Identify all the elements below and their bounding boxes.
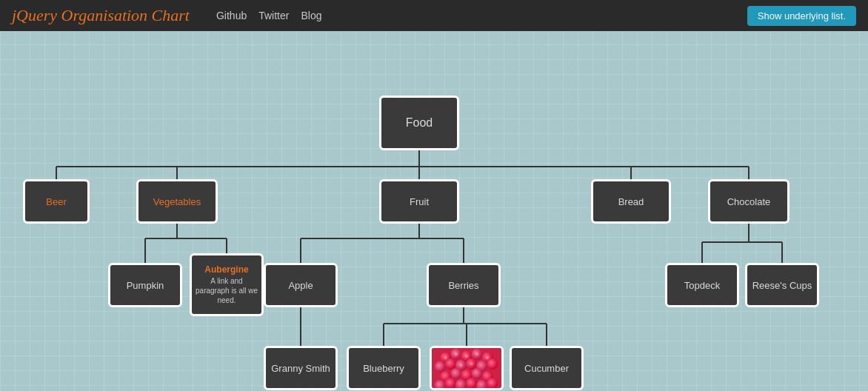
header-nav: Github Twitter Blog [216,10,322,21]
nav-twitter[interactable]: Twitter [258,10,289,21]
svg-point-44 [455,379,467,390]
node-aubergine[interactable]: Aubergine A link and paragraph is all we… [190,253,264,316]
app-title: jQuery Organisation Chart [12,6,190,25]
node-topdeck[interactable]: Topdeck [665,263,739,307]
svg-point-31 [435,361,446,372]
svg-point-32 [445,358,456,370]
svg-point-38 [450,368,461,379]
svg-point-40 [472,368,483,379]
node-reeses[interactable]: Reese's Cups [745,263,819,307]
node-beer[interactable]: Beer [23,179,90,224]
show-list-button[interactable]: Show underlying list. [747,6,856,26]
nav-blog[interactable]: Blog [301,10,321,21]
chart-area: Food Beer Vegetables Fruit Bread Chocola… [0,31,868,391]
node-bread[interactable]: Bread [591,179,671,224]
node-blueberry[interactable]: Blueberry [347,346,421,390]
node-fruit[interactable]: Fruit [379,179,459,224]
node-pumpkin[interactable]: Pumpkin [108,263,182,307]
svg-point-48 [444,356,447,359]
aubergine-desc: A link and paragraph is all we need. [195,276,258,305]
raspberry-image [432,346,501,390]
header: jQuery Organisation Chart Github Twitter… [0,0,868,31]
svg-point-51 [475,352,478,355]
svg-point-36 [487,358,498,370]
svg-point-54 [470,362,473,365]
svg-point-52 [486,356,489,359]
svg-point-45 [466,378,477,389]
node-vegetables[interactable]: Vegetables [136,179,218,224]
svg-point-43 [445,378,456,389]
node-food[interactable]: Food [379,96,459,150]
svg-point-50 [465,355,468,358]
svg-point-47 [487,378,498,389]
node-raspberry[interactable] [430,346,504,390]
nav-github[interactable]: Github [216,10,247,21]
node-apple[interactable]: Apple [264,263,338,307]
node-chocolate[interactable]: Chocolate [708,179,789,224]
org-chart: Food Beer Vegetables Fruit Bread Chocola… [12,46,856,391]
svg-point-53 [460,364,463,367]
aubergine-title: Aubergine [204,264,248,275]
svg-point-49 [455,352,458,355]
node-grannysmith[interactable]: Granny Smith [264,346,338,390]
node-berries[interactable]: Berries [427,263,501,307]
node-cucumber[interactable]: Cucumber [510,346,584,390]
